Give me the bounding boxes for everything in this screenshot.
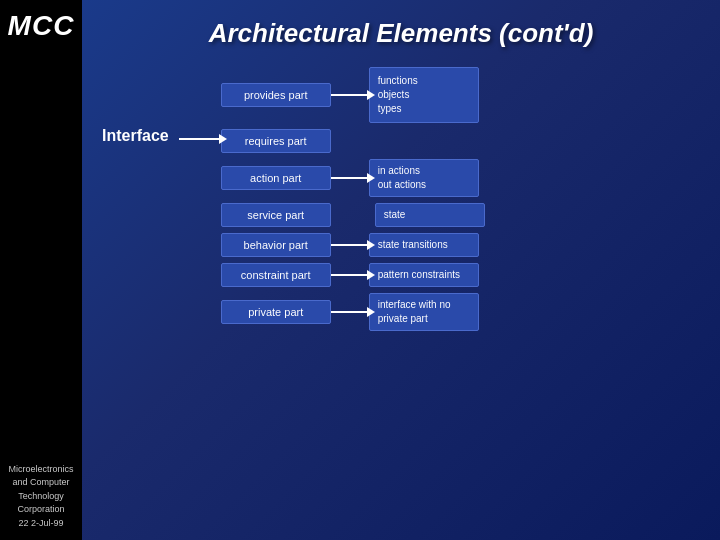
part-box: behavior part (221, 233, 331, 257)
result-box: pattern constraints (369, 263, 479, 287)
result-box: in actionsout actions (369, 159, 479, 197)
table-row: provides part functionsobjectstypes (221, 67, 485, 123)
part-box: action part (221, 166, 331, 190)
part-box: service part (221, 203, 331, 227)
arrow (331, 244, 369, 246)
table-row: private part interface with noprivate pa… (221, 293, 485, 331)
rows-section: provides part functionsobjectstypes requ… (221, 67, 485, 331)
part-box: requires part (221, 129, 331, 153)
sidebar: MCC Microelectronicsand ComputerTechnolo… (0, 0, 82, 540)
part-box: constraint part (221, 263, 331, 287)
part-box: provides part (221, 83, 331, 107)
main-content: Architectural Elements (cont'd) Interfac… (82, 0, 720, 540)
table-row: action part in actionsout actions (221, 159, 485, 197)
result-box: state (375, 203, 485, 227)
table-row: requires part (221, 129, 485, 153)
table-row: service part state (221, 203, 485, 227)
interface-section: Interface (102, 127, 221, 145)
org-name: Microelectronicsand ComputerTechnologyCo… (8, 464, 73, 515)
logo: MCC (8, 10, 75, 42)
table-row: constraint part pattern constraints (221, 263, 485, 287)
interface-label: Interface (102, 127, 169, 145)
footer-text: Microelectronicsand ComputerTechnologyCo… (8, 463, 73, 531)
arrow (331, 94, 369, 96)
arrow (331, 311, 369, 313)
result-box: functionsobjectstypes (369, 67, 479, 123)
date: 22 2-Jul-99 (18, 518, 63, 528)
result-box: state transitions (369, 233, 479, 257)
arrow (331, 274, 369, 276)
arrow (331, 177, 369, 179)
table-row: behavior part state transitions (221, 233, 485, 257)
result-box: interface with noprivate part (369, 293, 479, 331)
diagram: Interface provides part functionsobjects… (102, 67, 700, 331)
part-box: private part (221, 300, 331, 324)
page-title: Architectural Elements (cont'd) (102, 18, 700, 49)
